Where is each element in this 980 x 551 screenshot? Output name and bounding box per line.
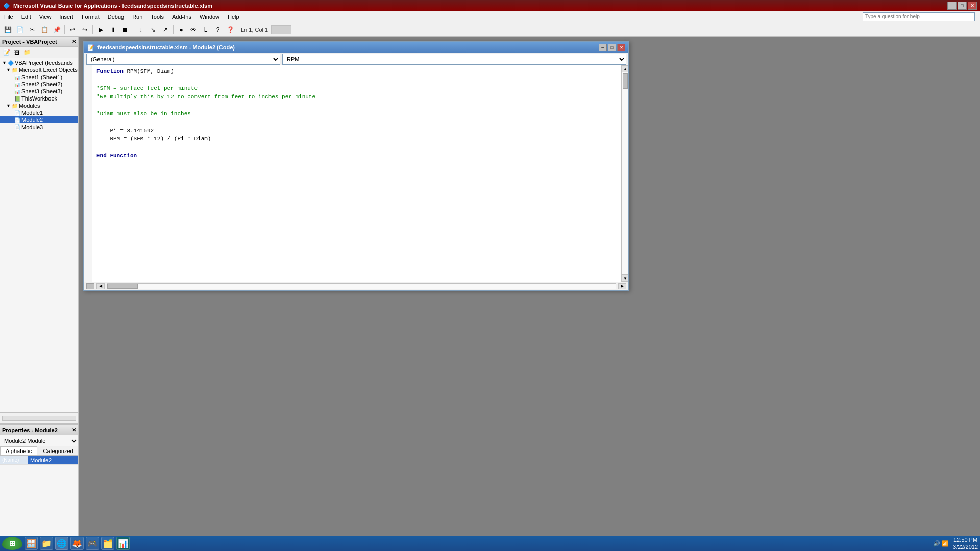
main-layout: Project - VBAProject ✕ 📝 🖼 📁 ▼ 🔷 VBAProj… <box>0 37 980 536</box>
sb-right-arrow[interactable]: ▶ <box>618 283 626 289</box>
tree-excel-objects-group[interactable]: ▼ 📁 Microsoft Excel Objects <box>0 66 78 73</box>
tree-sheet3-icon: 📊 <box>14 89 20 94</box>
sb-track[interactable] <box>622 72 628 274</box>
code-procedure-select[interactable]: RPM <box>282 54 626 65</box>
code-window-titlebar: 📝 feedsandspeedsinstructable.xlsm - Modu… <box>84 42 628 53</box>
sb-left-arrow[interactable]: ◀ <box>96 283 105 289</box>
props-name-row[interactable]: (Name) Module2 <box>0 456 78 465</box>
taskbar-excel-icon[interactable]: 📊 <box>116 537 130 550</box>
code-window-close[interactable]: ✕ <box>617 44 625 51</box>
tree-modules-group[interactable]: ▼ 📁 Modules <box>0 102 78 109</box>
tb-help-button[interactable]: ❓ <box>225 24 236 35</box>
hscroll-thumb[interactable] <box>107 284 138 289</box>
tree-thisworkbook[interactable]: 📗 ThisWorkbook <box>0 95 78 102</box>
sb-up-arrow[interactable]: ▲ <box>622 65 628 72</box>
tree-excel-arrow[interactable]: ▼ <box>6 67 11 72</box>
code-statusbar: ◀ ▶ <box>84 282 628 290</box>
tree-module3[interactable]: 📄 Module3 <box>0 123 78 131</box>
code-editor[interactable]: Function RPM(SFM, Diam) 'SFM = surface f… <box>92 65 621 282</box>
left-panel: Project - VBAProject ✕ 📝 🖼 📁 ▼ 🔷 VBAProj… <box>0 37 79 536</box>
tree-modules-arrow[interactable]: ▼ <box>6 103 11 108</box>
tb-cut-button[interactable]: ✂ <box>27 24 38 35</box>
tree-view-code[interactable]: 📝 <box>2 48 11 57</box>
code-dropdowns: (General) RPM <box>84 53 628 65</box>
code-object-select[interactable]: (General) <box>86 54 280 65</box>
taskbar-firefox-icon[interactable]: 🦊 <box>70 537 84 550</box>
menu-insert[interactable]: Insert <box>55 13 78 21</box>
tb-watch-button[interactable]: 👁 <box>188 24 199 35</box>
code-window-icon: 📝 <box>87 44 94 51</box>
tb-undo-button[interactable]: ↩ <box>67 24 78 35</box>
restore-button[interactable]: □ <box>958 2 967 10</box>
menu-window[interactable]: Window <box>195 13 224 21</box>
code-window-restore[interactable]: □ <box>608 44 616 51</box>
tb-stepout-button[interactable]: ↗ <box>160 24 171 35</box>
tb-redo-button[interactable]: ↪ <box>79 24 90 35</box>
sb-down-arrow[interactable]: ▼ <box>622 274 628 282</box>
menu-help[interactable]: Help <box>224 13 243 21</box>
tree-module2-label: Module2 <box>21 117 43 123</box>
code-window-minimize[interactable]: ─ <box>599 44 607 51</box>
menu-run[interactable]: Run <box>128 13 146 21</box>
tb-local-button[interactable]: L <box>200 24 211 35</box>
menu-edit[interactable]: Edit <box>17 13 35 21</box>
tb-copy-button[interactable]: 📋 <box>39 24 50 35</box>
tree-module3-icon: 📄 <box>14 124 20 130</box>
taskbar-folder2-icon[interactable]: 🗂️ <box>101 537 114 550</box>
tb-reset-button[interactable]: ⏹ <box>119 24 131 35</box>
tree-vbaproject[interactable]: ▼ 🔷 VBAProject (feedsands <box>0 59 78 66</box>
start-button[interactable]: ⊞ <box>2 537 22 550</box>
tree-module2-icon: 📄 <box>14 117 20 123</box>
tb-paste-button[interactable]: 📌 <box>51 24 62 35</box>
tree-toggle-folders[interactable]: 📁 <box>22 48 32 57</box>
code-window-title-left: 📝 feedsandspeedsinstructable.xlsm - Modu… <box>87 44 235 51</box>
menu-bar: File Edit View Insert Format Debug Run T… <box>0 11 980 22</box>
tb-save-button[interactable]: 💾 <box>2 24 13 35</box>
taskbar-chrome-icon[interactable]: 🌐 <box>55 537 68 550</box>
tree-modules-label: Modules <box>19 103 40 109</box>
help-input[interactable] <box>863 12 975 21</box>
props-panel-close[interactable]: ✕ <box>72 427 76 433</box>
props-tab-categorized[interactable]: Categorized <box>37 446 79 455</box>
tree-vbaproject-icon: 🔷 <box>8 60 14 66</box>
tree-module1-icon: 📄 <box>14 110 20 116</box>
tb-stepover-button[interactable]: ↘ <box>148 24 159 35</box>
tree-excel-label: Microsoft Excel Objects <box>19 67 78 73</box>
tb-breakpoint-button[interactable]: ● <box>176 24 187 35</box>
toolbar-separator-2 <box>92 25 93 34</box>
tb-run-button[interactable]: ▶ <box>95 24 106 35</box>
title-bar-controls: ─ □ ✕ <box>947 2 977 10</box>
tree-sheet1[interactable]: 📊 Sheet1 (Sheet1) <box>0 73 78 81</box>
code-hscrollbar[interactable] <box>107 283 616 289</box>
tb-immediate-button[interactable]: ? <box>212 24 224 35</box>
close-button[interactable]: ✕ <box>968 2 977 10</box>
tb-break-button[interactable]: ⏸ <box>107 24 118 35</box>
tree-sheet2[interactable]: 📊 Sheet2 (Sheet2) <box>0 81 78 88</box>
tb-stepinto-button[interactable]: ↓ <box>135 24 146 35</box>
taskbar-explorer-icon[interactable]: 🪟 <box>24 537 38 550</box>
tree-module1[interactable]: 📄 Module1 <box>0 109 78 116</box>
project-panel-close[interactable]: ✕ <box>72 39 76 44</box>
tb-insert-button[interactable]: 📄 <box>14 24 26 35</box>
props-object-select[interactable]: Module2 Module <box>0 436 78 446</box>
project-hscroll[interactable] <box>2 416 76 421</box>
tree-sheet3[interactable]: 📊 Sheet3 (Sheet3) <box>0 88 78 95</box>
tree-view-object[interactable]: 🖼 <box>12 48 21 57</box>
sb-thumb[interactable] <box>623 73 628 89</box>
menu-format[interactable]: Format <box>78 13 104 21</box>
tree-module2[interactable]: 📄 Module2 <box>0 116 78 123</box>
menu-debug[interactable]: Debug <box>104 13 128 21</box>
code-vscrollbar[interactable]: ▲ ▼ <box>621 65 628 282</box>
taskbar-media-icon[interactable]: 🎮 <box>86 537 99 550</box>
minimize-button[interactable]: ─ <box>947 2 957 10</box>
menu-tools[interactable]: Tools <box>146 13 168 21</box>
tree-vbaproject-arrow[interactable]: ▼ <box>2 60 7 65</box>
menu-view[interactable]: View <box>35 13 56 21</box>
props-val-name: Module2 <box>28 457 78 463</box>
taskbar-time: 12:50 PM <box>953 536 978 543</box>
menu-addins[interactable]: Add-Ins <box>168 13 195 21</box>
props-tab-alphabetic[interactable]: Alphabetic <box>0 446 37 455</box>
taskbar-folder-icon[interactable]: 📁 <box>40 537 53 550</box>
project-tree-toolbar: 📝 🖼 📁 <box>0 47 78 58</box>
menu-file[interactable]: File <box>0 13 17 21</box>
